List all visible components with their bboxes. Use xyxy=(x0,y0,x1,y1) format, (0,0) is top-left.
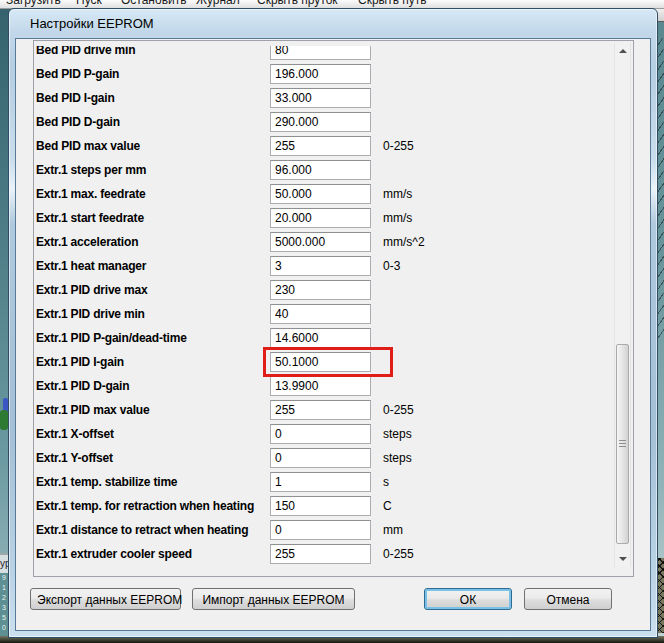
export-eeprom-button[interactable]: Экспорт данных EEPROM xyxy=(30,588,181,610)
field-label: Bed PID max value xyxy=(36,139,140,153)
field-unit: 0-255 xyxy=(383,547,414,561)
toolbar-item[interactable]: Скрыть пруток xyxy=(257,0,338,7)
eeprom-row: Extr.1 extruder cooler speed 255 0-255 xyxy=(34,543,633,567)
field-input[interactable]: 5000.000 xyxy=(270,232,371,252)
eeprom-row: Extr.1 heat manager 3 0-3 xyxy=(34,255,633,279)
field-label: Extr.1 temp. for retraction when heating xyxy=(36,499,254,513)
eeprom-row: Extr.1 PID drive min 40 xyxy=(34,303,633,327)
field-unit: mm/s^2 xyxy=(383,235,425,249)
field-label: Extr.1 PID D-gain xyxy=(36,379,129,393)
field-input[interactable]: 255 xyxy=(270,400,371,420)
field-input[interactable]: 33.000 xyxy=(270,88,371,108)
scroll-up-button[interactable] xyxy=(615,43,630,60)
field-input[interactable]: 3 xyxy=(270,256,371,276)
arrow-up-icon xyxy=(619,49,627,53)
eeprom-row: Extr.1 max. feedrate 50.000 mm/s xyxy=(34,183,633,207)
eeprom-row: Extr.1 X-offset 0 steps xyxy=(34,423,633,447)
eeprom-row: Extr.1 PID D-gain 13.9900 xyxy=(34,375,633,399)
field-unit: steps xyxy=(383,451,412,465)
field-label: Extr.1 PID drive max xyxy=(36,283,147,297)
dialog-client-area: Bed PID drive min 80 Bed PID P-gain 196.… xyxy=(15,38,651,631)
field-input[interactable]: 14.6000 xyxy=(270,328,371,348)
field-input[interactable]: 0 xyxy=(270,448,371,468)
eeprom-row: Bed PID max value 255 0-255 xyxy=(34,135,633,159)
field-label: Extr.1 acceleration xyxy=(36,235,138,249)
toolbar-item[interactable]: Загрузить xyxy=(6,0,61,7)
scroll-down-button[interactable] xyxy=(615,550,630,567)
field-label: Bed PID P-gain xyxy=(36,67,119,81)
field-input[interactable]: 50.000 xyxy=(270,184,371,204)
field-input[interactable]: 196.000 xyxy=(270,64,371,84)
eeprom-rows: Bed PID drive min 80 Bed PID P-gain 196.… xyxy=(33,40,634,577)
eeprom-row: Extr.1 PID max value 255 0-255 xyxy=(34,399,633,423)
field-label: Extr.1 extruder cooler speed xyxy=(36,547,192,561)
toolbar-item[interactable]: Скрыть путь xyxy=(358,0,427,7)
field-unit: 0-255 xyxy=(383,139,414,153)
eeprom-row: Bed PID D-gain 290.000 xyxy=(34,111,633,135)
field-unit: mm/s xyxy=(383,211,412,225)
field-label: Extr.1 PID I-gain xyxy=(36,355,124,369)
field-label: Extr.1 X-offset xyxy=(36,427,114,441)
field-input[interactable]: 20.000 xyxy=(270,208,371,228)
field-input[interactable]: 150 xyxy=(270,496,371,516)
cancel-button[interactable]: Отмена xyxy=(524,588,612,610)
field-label: Extr.1 heat manager xyxy=(36,259,146,273)
field-unit: C xyxy=(383,499,392,513)
eeprom-row: Bed PID drive min 80 xyxy=(34,40,633,63)
eeprom-row: Extr.1 distance to retract when heating … xyxy=(34,519,633,543)
field-label: Extr.1 temp. stabilize time xyxy=(36,475,177,489)
field-label: Bed PID D-gain xyxy=(36,115,120,129)
field-label: Extr.1 start feedrate xyxy=(36,211,144,225)
field-label: Bed PID drive min xyxy=(36,43,135,57)
arrow-down-icon xyxy=(619,557,627,561)
eeprom-row: Extr.1 PID I-gain 50.1000 xyxy=(34,351,633,375)
toolbar-item[interactable]: Пуск xyxy=(76,0,102,7)
scrollbar[interactable] xyxy=(614,43,631,567)
field-input[interactable]: 13.9900 xyxy=(270,376,371,396)
field-unit: 0-3 xyxy=(383,259,400,273)
field-unit: s xyxy=(383,475,389,489)
eeprom-row: Bed PID P-gain 196.000 xyxy=(34,63,633,87)
field-label: Extr.1 max. feedrate xyxy=(36,187,145,201)
field-unit: mm xyxy=(383,523,403,537)
eeprom-row: Extr.1 temp. stabilize time 1 s xyxy=(34,471,633,495)
field-label: Extr.1 steps per mm xyxy=(36,163,146,177)
highlight-frame-icon xyxy=(263,347,393,377)
toolbar-item[interactable]: Журнал xyxy=(196,0,240,7)
field-input[interactable]: 0 xyxy=(270,520,371,540)
eeprom-row: Extr.1 acceleration 5000.000 mm/s^2 xyxy=(34,231,633,255)
eeprom-dialog: Настройки EEPROM Bed PID drive min 80 Be… xyxy=(8,8,658,638)
field-input[interactable]: 80 xyxy=(270,40,371,60)
field-label: Bed PID I-gain xyxy=(36,91,115,105)
toolbar-item[interactable]: Остановить xyxy=(121,0,187,7)
field-input[interactable]: 1 xyxy=(270,472,371,492)
field-label: Extr.1 PID P-gain/dead-time xyxy=(36,331,187,345)
field-label: Extr.1 PID drive min xyxy=(36,307,145,321)
field-input[interactable]: 290.000 xyxy=(270,112,371,132)
field-label: Extr.1 distance to retract when heating xyxy=(36,523,248,537)
scrollbar-grip-icon xyxy=(619,440,626,447)
dialog-title: Настройки EEPROM xyxy=(30,16,154,31)
field-unit: 0-255 xyxy=(383,403,414,417)
field-unit: steps xyxy=(383,427,412,441)
import-eeprom-button[interactable]: Импорт данных EEPROM xyxy=(192,588,355,610)
field-unit: mm/s xyxy=(383,187,412,201)
eeprom-row: Extr.1 steps per mm 96.000 xyxy=(34,159,633,183)
eeprom-row: Extr.1 PID drive max 230 xyxy=(34,279,633,303)
eeprom-row: Bed PID I-gain 33.000 xyxy=(34,87,633,111)
field-input[interactable]: 230 xyxy=(270,280,371,300)
field-label: Extr.1 PID max value xyxy=(36,403,149,417)
field-input[interactable]: 255 xyxy=(270,544,371,564)
eeprom-row: Extr.1 temp. for retraction when heating… xyxy=(34,495,633,519)
ok-button[interactable]: ОК xyxy=(424,588,512,610)
eeprom-row: Extr.1 start feedrate 20.000 mm/s xyxy=(34,207,633,231)
eeprom-row: Extr.1 Y-offset 0 steps xyxy=(34,447,633,471)
scrollbar-thumb[interactable] xyxy=(616,344,629,544)
field-label: Extr.1 Y-offset xyxy=(36,451,113,465)
field-input[interactable]: 96.000 xyxy=(270,160,371,180)
background-leaf-icon xyxy=(0,410,8,430)
field-input[interactable]: 40 xyxy=(270,304,371,324)
field-input[interactable]: 0 xyxy=(270,424,371,444)
field-input[interactable]: 255 xyxy=(270,136,371,156)
